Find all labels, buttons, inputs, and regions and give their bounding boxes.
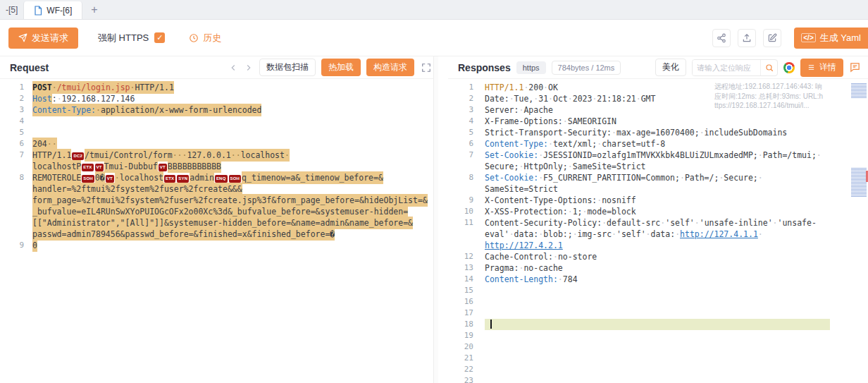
chevron-left-icon[interactable] xyxy=(228,63,238,73)
force-https-toggle[interactable]: 强制 HTTPS ✓ xyxy=(98,32,165,44)
packet-scan-button[interactable]: 数据包扫描 xyxy=(259,59,316,76)
search-input[interactable] xyxy=(693,60,760,75)
code-line-4[interactable]: 4 xyxy=(0,116,438,127)
code-line-15[interactable]: 15 xyxy=(448,285,868,296)
control-char-soh: SOH xyxy=(229,175,242,183)
code-line-22[interactable]: 22 xyxy=(448,364,868,375)
line-number: 19 xyxy=(448,330,473,341)
share-button[interactable] xyxy=(712,29,731,47)
construct-request-button[interactable]: 构造请求 xyxy=(366,59,414,76)
control-char-etx: ETX xyxy=(82,164,93,171)
control-char-enq: ENQ xyxy=(215,175,228,183)
line-number: 18 xyxy=(448,319,473,330)
line-number: 5 xyxy=(0,127,24,138)
line-number: 17 xyxy=(448,308,473,319)
responses-title: Responses xyxy=(458,62,511,73)
line-number: 9 xyxy=(0,240,24,251)
line-number: 11 xyxy=(448,217,473,251)
control-char-syn: SYN xyxy=(177,175,189,183)
code-line-5[interactable]: 5Strict-Transport-Security:·max-age=1607… xyxy=(448,127,868,138)
line-number: 7 xyxy=(0,150,24,172)
open-in-chrome-icon[interactable] xyxy=(783,62,795,73)
line-number: 10 xyxy=(448,206,473,217)
code-line-19[interactable]: 19 xyxy=(448,330,868,341)
code-line-5[interactable]: 5 xyxy=(0,127,438,138)
clock-icon xyxy=(189,33,199,43)
line-number: 14 xyxy=(448,274,473,285)
line-number: 4 xyxy=(448,116,473,127)
response-search xyxy=(692,59,778,76)
code-line-7[interactable]: 7HTTP/1.1DC2/tmui/Control/form···127.0.0… xyxy=(0,150,438,172)
code-line-9[interactable]: 9X-Content-Type-Options:·nosniff xyxy=(448,195,868,206)
minimap[interactable] xyxy=(850,80,868,383)
code-line-9[interactable]: 90 xyxy=(0,240,438,251)
details-label: 详情 xyxy=(819,61,836,73)
history-button[interactable]: 历史 xyxy=(189,32,221,44)
panel-splitter[interactable] xyxy=(438,56,448,383)
code-line-12[interactable]: 12Cache-Control:·no-store xyxy=(448,251,868,262)
fullscreen-icon[interactable] xyxy=(421,63,431,73)
line-number: 21 xyxy=(448,353,473,364)
control-char-vt: VT xyxy=(106,175,114,183)
send-request-label: 发送请求 xyxy=(32,32,68,44)
code-line-20[interactable]: 20 xyxy=(448,341,868,353)
code-line-6[interactable]: 6Content-Type:·text/xml;·charset=utf-8 xyxy=(448,138,868,150)
beautify-button[interactable]: 美化 xyxy=(655,59,686,76)
request-scrollbar[interactable] xyxy=(433,56,438,383)
code-line-2[interactable]: 2Host:·192.168.127.146 xyxy=(0,93,438,104)
code-line-10[interactable]: 10X-XSS-Protection:·1;·mode=block xyxy=(448,206,868,217)
code-line-6[interactable]: 6204·· xyxy=(0,138,438,150)
line-number: 3 xyxy=(448,104,473,116)
line-number: 2 xyxy=(0,93,24,104)
add-tab-button[interactable]: + xyxy=(82,0,106,19)
code-line-14[interactable]: 14Content-Length:·784 xyxy=(448,274,868,285)
tab-active[interactable]: WF-[6] xyxy=(23,1,82,19)
code-line-1[interactable]: 1POST·/tmui/login.jsp·HTTP/1.1 xyxy=(0,82,438,93)
line-number: 16 xyxy=(448,296,473,308)
response-editor[interactable]: 1HTTP/1.1·200·OK2Date:·Tue,·31·Oct·2023·… xyxy=(448,79,868,383)
code-line-21[interactable]: 21 xyxy=(448,353,868,364)
code-line-3[interactable]: 3Content-Type:·application/x-www-form-ur… xyxy=(0,104,438,116)
control-char-vt: VT xyxy=(159,164,167,171)
details-button[interactable]: 详情 xyxy=(800,59,843,77)
history-label: 历史 xyxy=(203,32,221,44)
feedback-chat-icon[interactable] xyxy=(849,61,861,73)
line-number: 3 xyxy=(0,104,24,116)
generate-yaml-label: 生成 Yaml xyxy=(820,32,861,44)
line-number: 1 xyxy=(0,82,24,93)
chevron-right-icon[interactable] xyxy=(244,63,254,73)
document-icon xyxy=(34,6,42,16)
code-line-16[interactable]: 16 xyxy=(448,296,868,308)
code-line-8[interactable]: 8REMOTEROLESOH0�VT·localhostETXSYNadminE… xyxy=(0,172,438,240)
code-line-13[interactable]: 13Pragma:·no-cache xyxy=(448,262,868,274)
line-number: 13 xyxy=(448,262,473,274)
send-request-button[interactable]: 发送请求 xyxy=(8,28,78,49)
code-line-8[interactable]: 8Set-Cookie:·F5_CURRENT_PARTITION=Common… xyxy=(448,172,868,195)
export-button[interactable] xyxy=(738,29,756,47)
force-https-checkbox[interactable]: ✓ xyxy=(154,32,165,43)
list-icon xyxy=(807,63,815,71)
main-split: Request 数据包扫描 热加载 构造请求 1POST·/tmui/login… xyxy=(0,56,868,383)
line-number: 8 xyxy=(0,172,24,240)
hot-reload-button[interactable]: 热加载 xyxy=(321,59,361,76)
response-meta-info: 远程地址:192.168.127.146:443: 响应时间:12ms: 总耗时… xyxy=(714,82,823,111)
minimap-headers-block xyxy=(851,83,867,99)
size-time-badge: 784bytes / 12ms xyxy=(552,61,621,75)
line-number: 8 xyxy=(448,172,473,195)
search-icon[interactable] xyxy=(760,60,777,75)
protocol-tab-https[interactable]: https xyxy=(516,61,546,74)
edit-button[interactable] xyxy=(763,29,781,47)
request-editor[interactable]: 1POST·/tmui/login.jsp·HTTP/1.12Host:·192… xyxy=(0,79,438,383)
generate-yaml-button[interactable]: </> 生成 Yaml xyxy=(794,28,868,49)
tab-label: WF-[6] xyxy=(46,6,72,16)
code-line-17[interactable]: 17 xyxy=(448,308,868,319)
line-number: 9 xyxy=(448,195,473,206)
code-line-7[interactable]: 7Set-Cookie:·JSESSIONID=ozlafg1mTMVKXkbk… xyxy=(448,150,868,172)
line-number: 12 xyxy=(448,251,473,262)
line-number: 6 xyxy=(448,138,473,150)
code-line-23[interactable]: 23 xyxy=(448,375,868,383)
tab-previous[interactable]: -[5] xyxy=(0,0,23,19)
code-line-4[interactable]: 4X-Frame-Options:·SAMEORIGIN xyxy=(448,116,868,127)
code-line-11[interactable]: 11Content-Security-Policy:·default-src·'… xyxy=(448,217,868,251)
code-line-18[interactable]: 18 xyxy=(448,319,868,330)
